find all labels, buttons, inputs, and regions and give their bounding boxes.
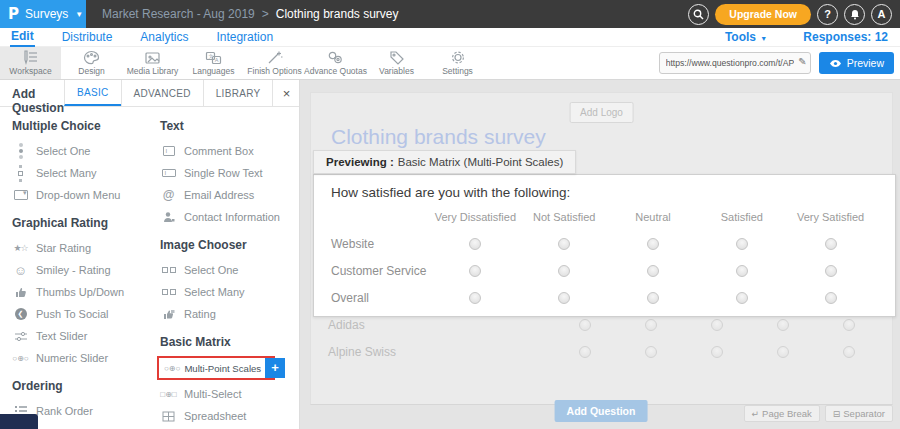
chevron-down-icon: ▼	[760, 35, 767, 42]
tab-basic[interactable]: BASIC	[64, 80, 121, 106]
palette-icon	[83, 50, 100, 65]
radio-button[interactable]	[711, 319, 723, 331]
breadcrumb-parent[interactable]: Market Research - Aug 2019	[102, 7, 255, 21]
sidebar-item-numeric-slider[interactable]: Numeric Slider	[12, 347, 150, 369]
search-button[interactable]	[688, 4, 709, 25]
add-question-button[interactable]: Add Question	[555, 400, 648, 422]
sidebar-item-single-row-text[interactable]: Single Row Text	[160, 162, 298, 184]
nav-distribute[interactable]: Distribute	[61, 29, 114, 46]
svg-text:文: 文	[209, 53, 214, 59]
breadcrumb-separator: >	[262, 7, 269, 21]
sidebar-item-contact-information[interactable]: Contact Information	[160, 206, 298, 228]
page-break-button[interactable]: ↵Page Break	[744, 405, 820, 422]
tool-media-library[interactable]: Media Library	[122, 47, 183, 79]
breadcrumb-current: Clothing brands survey	[276, 7, 399, 21]
image-pair-icon	[160, 289, 177, 295]
tool-languages[interactable]: 文A Languages	[183, 47, 244, 79]
radio-button[interactable]	[645, 319, 657, 331]
image-rating-icon	[160, 309, 177, 320]
radio-button[interactable]	[736, 238, 748, 250]
sidebar-item-image-select-many[interactable]: Select Many	[160, 281, 298, 303]
sidebar-item-multi-select[interactable]: Multi-Select	[160, 383, 298, 405]
at-icon	[160, 188, 177, 202]
radio-button[interactable]	[469, 292, 481, 304]
nav-analytics[interactable]: Analytics	[139, 29, 189, 46]
radio-button[interactable]	[825, 292, 837, 304]
sidebar-item-comment-box[interactable]: Comment Box	[160, 140, 298, 162]
contact-icon	[160, 211, 177, 223]
tool-design[interactable]: Design	[61, 47, 122, 79]
sidebar-item-thumbs-up-down[interactable]: Thumbs Up/Down	[12, 281, 150, 303]
tab-advanced[interactable]: ADVANCED	[121, 80, 203, 106]
tool-advance-quotas[interactable]: Advance Quotas	[305, 47, 366, 79]
sidebar-item-multi-point-scales[interactable]: Multi-Point Scales +	[157, 356, 275, 380]
tool-finish-options[interactable]: Finish Options	[244, 47, 305, 79]
tag-icon	[389, 50, 405, 65]
preview-button[interactable]: Preview	[819, 52, 894, 74]
product-switcher[interactable]: P Surveys ▼	[0, 0, 86, 28]
questionpro-logo-icon: P	[8, 5, 19, 23]
pencil-icon[interactable]: ✎	[798, 56, 806, 67]
sidebar-item-image-rating[interactable]: Rating	[160, 303, 298, 325]
sidebar-item-image-select-one[interactable]: Select One	[160, 259, 298, 281]
radio-button[interactable]	[469, 238, 481, 250]
sidebar-item-spreadsheet[interactable]: Spreadsheet	[160, 405, 298, 427]
close-icon[interactable]: ×	[272, 80, 299, 106]
radio-button[interactable]	[647, 292, 659, 304]
radio-button[interactable]	[558, 238, 570, 250]
tool-settings[interactable]: Settings	[427, 47, 488, 79]
chat-widget[interactable]	[0, 414, 38, 429]
tools-menu[interactable]: Tools ▼	[725, 30, 767, 44]
image-pair-icon	[160, 267, 177, 273]
wand-icon	[267, 50, 283, 65]
multi-point-icon	[164, 364, 180, 373]
radio-button[interactable]	[647, 265, 659, 277]
upgrade-now-button[interactable]: Upgrade Now	[715, 4, 811, 25]
radio-button[interactable]	[558, 265, 570, 277]
tool-workspace[interactable]: Workspace	[0, 47, 61, 79]
sidebar-item-text-slider[interactable]: Text Slider	[12, 325, 150, 347]
section-multiple-choice: Multiple Choice	[12, 119, 150, 133]
radio-button[interactable]	[736, 292, 748, 304]
sidebar-item-select-one[interactable]: Select One	[12, 140, 150, 162]
sidebar-item-select-many[interactable]: Select Many	[12, 162, 150, 184]
radio-button[interactable]	[777, 319, 789, 331]
radio-button[interactable]	[777, 346, 789, 358]
dropdown-icon	[12, 190, 29, 200]
radio-button[interactable]	[579, 346, 591, 358]
section-basic-matrix: Basic Matrix	[160, 335, 298, 349]
sidebar-item-drop-down-menu[interactable]: Drop-down Menu	[12, 184, 150, 206]
nav-edit[interactable]: Edit	[10, 28, 35, 47]
radio-button[interactable]	[647, 238, 659, 250]
sidebar-item-push-to-social[interactable]: Push To Social	[12, 303, 150, 325]
avatar[interactable]: A	[871, 4, 892, 25]
tool-variables[interactable]: Variables	[366, 47, 427, 79]
radio-button[interactable]	[579, 319, 591, 331]
main-nav: Edit Distribute Analytics Integration To…	[0, 28, 900, 47]
notifications-button[interactable]	[844, 4, 865, 25]
add-logo-button[interactable]: Add Logo	[569, 102, 634, 123]
radio-button[interactable]	[825, 238, 837, 250]
radio-button[interactable]	[711, 346, 723, 358]
radio-button[interactable]	[645, 346, 657, 358]
svg-text:A: A	[215, 57, 219, 63]
sidebar-item-smiley-rating[interactable]: Smiley - Rating	[12, 259, 150, 281]
add-multi-point-scales-button[interactable]: +	[265, 358, 285, 378]
help-button[interactable]: ?	[817, 4, 838, 25]
quota-links-icon	[327, 50, 344, 65]
radio-button[interactable]	[825, 265, 837, 277]
responses-link[interactable]: Responses: 12	[803, 30, 888, 44]
radio-button[interactable]	[736, 265, 748, 277]
editor-toolbar: Workspace Design Media Library 文A Langua…	[0, 47, 900, 80]
separator-button[interactable]: ⊟Separator	[825, 405, 893, 422]
radio-button[interactable]	[469, 265, 481, 277]
sidebar-item-email-address[interactable]: Email Address	[160, 184, 298, 206]
survey-url-input[interactable]	[659, 52, 811, 74]
single-row-icon	[160, 169, 177, 177]
tab-library[interactable]: LIBRARY	[203, 80, 273, 106]
nav-integration[interactable]: Integration	[215, 29, 274, 46]
radio-button[interactable]	[843, 319, 855, 331]
radio-button[interactable]	[558, 292, 570, 304]
sidebar-item-star-rating[interactable]: Star Rating	[12, 237, 150, 259]
radio-button[interactable]	[843, 346, 855, 358]
